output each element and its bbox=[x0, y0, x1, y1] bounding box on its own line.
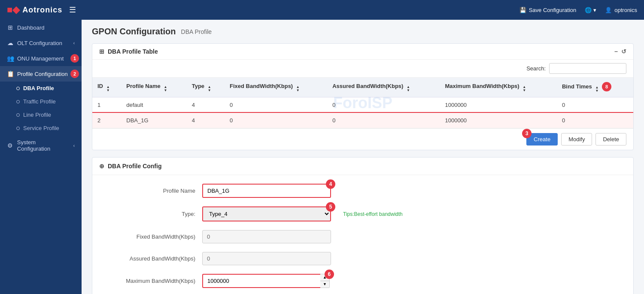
sidebar-sub-item-line-profile[interactable]: Line Profile bbox=[16, 108, 82, 121]
sidebar-sub-item-traffic-profile[interactable]: Traffic Profile bbox=[16, 95, 82, 108]
sidebar-item-onu-mgmt[interactable]: 👥 ONU Management ‹ 1 bbox=[0, 51, 82, 66]
cell-bind-times: 0 bbox=[557, 97, 633, 113]
sidebar-item-dashboard[interactable]: ⊞ Dashboard bbox=[0, 20, 82, 35]
assured-bw-input[interactable] bbox=[202, 252, 331, 265]
search-input[interactable] bbox=[549, 63, 626, 74]
type-hint: Tips:Best-effort bandwidth bbox=[343, 211, 403, 217]
sub-item-label: Line Profile bbox=[23, 112, 51, 118]
dba-profile-table: ID ▲▼ Profile Name ▲▼ Type ▲▼ Fixed Band… bbox=[92, 78, 633, 128]
refresh-icon[interactable]: ↺ bbox=[621, 48, 626, 55]
logo: ■◆ Aotronics bbox=[7, 4, 62, 15]
sub-item-label: Service Profile bbox=[23, 125, 59, 131]
profile-name-input[interactable] bbox=[202, 184, 331, 198]
main-content: GPON Configuration DBA Profile ⊞ DBA Pro… bbox=[82, 20, 644, 294]
form-row-max-bw: Maximum BandWidth(Kbps) ▲ ▼ 6 bbox=[109, 274, 616, 288]
badge-1: 1 bbox=[70, 54, 79, 63]
max-bw-label: Maximum BandWidth(Kbps) bbox=[109, 278, 195, 284]
globe-icon: 🌐 bbox=[585, 7, 592, 13]
sidebar-item-system-config[interactable]: ⚙ System Configuration ‹ bbox=[0, 135, 82, 156]
cell-profile-name: DBA_1G bbox=[121, 113, 186, 128]
sidebar-item-label: System Configuration bbox=[17, 139, 70, 152]
sidebar-item-label: OLT Configuration bbox=[17, 40, 62, 46]
language-selector[interactable]: 🌐 ▾ bbox=[585, 7, 596, 13]
table-title: DBA Profile Table bbox=[108, 48, 158, 55]
save-config-button[interactable]: 💾 Save Configuration bbox=[519, 7, 577, 13]
dashboard-icon: ⊞ bbox=[7, 24, 14, 31]
dot-icon bbox=[16, 87, 20, 90]
table-row-selected[interactable]: 2 DBA_1G 4 0 0 1000000 0 bbox=[92, 113, 633, 128]
username-label: optronics bbox=[614, 7, 637, 13]
max-bw-field-wrapper: ▲ ▼ 6 bbox=[202, 274, 330, 288]
cell-fixed-bw: 0 bbox=[225, 113, 327, 128]
profile-icon: 📋 bbox=[7, 70, 14, 77]
hamburger-icon[interactable]: ☰ bbox=[69, 5, 76, 15]
topnav-right: 💾 Save Configuration 🌐 ▾ 👤 optronics bbox=[519, 7, 637, 13]
form-row-type: Type: Type_1 Type_2 Type_3 Type_4 Type_5… bbox=[109, 206, 616, 221]
modify-button[interactable]: Modify bbox=[561, 133, 592, 145]
onu-icon: 👥 bbox=[7, 55, 14, 62]
topnav: ■◆ Aotronics ☰ 💾 Save Configuration 🌐 ▾ … bbox=[0, 0, 644, 20]
fixed-bw-input[interactable] bbox=[202, 230, 331, 243]
cell-id: 2 bbox=[92, 113, 121, 128]
dot-icon bbox=[16, 113, 20, 117]
user-menu[interactable]: 👤 optronics bbox=[605, 7, 637, 13]
search-bar: Search: bbox=[92, 60, 633, 78]
badge-4: 4 bbox=[326, 179, 335, 189]
logo-icon: ■◆ bbox=[7, 4, 20, 15]
sidebar-sub-item-service-profile[interactable]: Service Profile bbox=[16, 121, 82, 135]
page-subtitle: DBA Profile bbox=[181, 28, 212, 35]
chevron-icon: ‹ bbox=[73, 143, 75, 148]
table-header-actions: − ↺ bbox=[614, 48, 626, 55]
table-header-left: ⊞ DBA Profile Table bbox=[99, 48, 158, 55]
delete-button[interactable]: Delete bbox=[595, 133, 626, 145]
sidebar-item-olt-config[interactable]: ☁ OLT Configuration ‹ bbox=[0, 35, 82, 51]
badge-8: 8 bbox=[602, 82, 611, 91]
sub-item-label: Traffic Profile bbox=[23, 98, 56, 105]
cell-assured-bw: 0 bbox=[327, 97, 440, 113]
chevron-icon: ‹ bbox=[73, 41, 75, 45]
table-actions: Create 3 Modify Delete bbox=[92, 128, 633, 150]
dba-profile-config-card: ⊕ DBA Profile Config Profile Name 4 Type… bbox=[92, 157, 634, 294]
table-icon: ⊞ bbox=[99, 48, 104, 55]
form-row-profile-name: Profile Name 4 bbox=[109, 184, 616, 198]
cell-assured-bw: 0 bbox=[327, 113, 440, 128]
form-row-fixed-bw: Fixed BandWidth(Kbps) bbox=[109, 230, 616, 243]
form-body: Profile Name 4 Type: Type_1 Type_2 Type_… bbox=[92, 175, 633, 294]
col-id: ID ▲▼ bbox=[92, 78, 121, 97]
user-icon: 👤 bbox=[605, 7, 612, 13]
col-type: Type ▲▼ bbox=[187, 78, 225, 97]
col-profile-name: Profile Name ▲▼ bbox=[121, 78, 186, 97]
assured-bw-label: Assured BandWidth(Kbps) bbox=[109, 255, 195, 262]
create-btn-wrapper: Create 3 bbox=[526, 133, 558, 145]
cell-fixed-bw: 0 bbox=[225, 97, 327, 113]
profile-name-field-wrapper: 4 bbox=[202, 184, 331, 198]
dot-icon bbox=[16, 127, 20, 130]
table-header-row: ID ▲▼ Profile Name ▲▼ Type ▲▼ Fixed Band… bbox=[92, 78, 633, 97]
sidebar-item-profile-config[interactable]: 📋 Profile Configuration ‹ 2 bbox=[0, 66, 82, 82]
minimize-icon[interactable]: − bbox=[614, 48, 618, 55]
profile-name-label: Profile Name bbox=[109, 188, 195, 194]
col-fixed-bw: Fixed BandWidth(Kbps) ▲▼ bbox=[225, 78, 327, 97]
cell-type: 4 bbox=[187, 97, 225, 113]
page-title: GPON Configuration bbox=[92, 27, 176, 36]
sidebar-item-label: ONU Management bbox=[17, 55, 64, 62]
spinner-down-button[interactable]: ▼ bbox=[320, 281, 329, 288]
max-bw-input[interactable] bbox=[202, 274, 320, 288]
logo-text: Aotronics bbox=[22, 6, 62, 15]
save-config-label: Save Configuration bbox=[529, 7, 577, 13]
table-row[interactable]: 1 default 4 0 0 1000000 0 bbox=[92, 97, 633, 113]
system-icon: ⚙ bbox=[7, 142, 14, 149]
type-field-wrapper: Type_1 Type_2 Type_3 Type_4 Type_5 5 bbox=[202, 206, 331, 221]
sidebar-sub-item-dba-profile[interactable]: DBA Profile bbox=[16, 82, 82, 95]
col-assured-bw: Assured BandWidth(Kbps) ▲▼ bbox=[327, 78, 440, 97]
olt-icon: ☁ bbox=[7, 39, 14, 46]
layout: ⊞ Dashboard ☁ OLT Configuration ‹ 👥 ONU … bbox=[0, 20, 644, 294]
form-section-title: DBA Profile Config bbox=[108, 163, 161, 170]
table-card-header: ⊞ DBA Profile Table − ↺ bbox=[92, 44, 633, 60]
fixed-bw-label: Fixed BandWidth(Kbps) bbox=[109, 233, 195, 240]
topnav-left: ■◆ Aotronics ☰ bbox=[7, 4, 76, 15]
sub-item-label: DBA Profile bbox=[23, 85, 54, 91]
profile-config-submenu: DBA Profile Traffic Profile Line Profile… bbox=[0, 82, 82, 135]
type-label: Type: bbox=[109, 211, 195, 217]
type-select[interactable]: Type_1 Type_2 Type_3 Type_4 Type_5 bbox=[202, 206, 331, 221]
